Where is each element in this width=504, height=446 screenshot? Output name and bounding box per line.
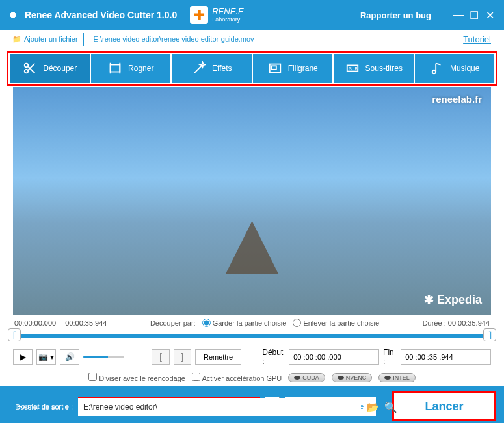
browse-folder-icon[interactable]: 📂 <box>366 401 379 413</box>
badge-cuda: CUDA <box>288 373 325 382</box>
end-time-label: Fin : <box>383 348 397 366</box>
maximize-button[interactable]: ☐ <box>466 9 482 21</box>
play-button[interactable]: ▶ <box>13 349 33 365</box>
output-folder-input[interactable]: E:\renee video editor\ <box>78 398 361 416</box>
timecode-start: 00:00:00.000 <box>14 319 56 327</box>
tabs-bar: Découper Rogner Effets Filigrane SUB Sou… <box>7 51 497 86</box>
range-slider[interactable]: ⎡ ⎤ <box>0 330 504 343</box>
tab-subtitles[interactable]: SUB Sous-titres <box>334 54 414 83</box>
launch-button[interactable]: Lancer <box>392 391 496 421</box>
reset-button[interactable]: Remettre <box>195 349 241 365</box>
video-preview[interactable]: reneelab.fr ▲ Expedia <box>13 87 491 315</box>
svg-line-7 <box>194 65 203 73</box>
snapshot-button[interactable]: 📷 ▾ <box>36 349 56 365</box>
report-bug-link[interactable]: Rapporter un bug <box>360 10 431 20</box>
tutorial-link[interactable]: Tutoriel <box>463 34 491 44</box>
svg-line-14 <box>436 64 440 65</box>
svg-rect-9 <box>271 66 276 70</box>
playback-controls: ▶ 📷 ▾ 🔊 [ ] Remettre Début : Fin : <box>0 343 504 370</box>
duration-label: Durée : 00:00:35.944 <box>423 319 490 327</box>
radio-keep[interactable]: Garder la partie choisie <box>202 319 287 327</box>
file-path: E:\renee video editor\renee video editor… <box>94 35 254 43</box>
volume-slider[interactable] <box>83 356 124 358</box>
checkbox-split[interactable]: Diviser avec le réencodage <box>88 373 185 382</box>
start-time-input[interactable] <box>289 349 379 365</box>
volume-button[interactable]: 🔊 <box>60 349 79 365</box>
wand-icon <box>191 60 207 76</box>
add-file-label: Ajouter un fichier <box>24 35 78 43</box>
close-button[interactable]: ✕ <box>482 9 497 21</box>
tab-watermark[interactable]: Filigrane <box>253 54 333 83</box>
preview-brand: Expedia <box>424 293 482 307</box>
mark-out-button[interactable]: ] <box>174 349 191 365</box>
preview-content: ▲ <box>207 198 297 289</box>
radio-remove-label: Enlever la partie choisie <box>303 319 379 327</box>
watermark-icon <box>267 60 283 76</box>
minimize-button[interactable]: — <box>451 9 466 21</box>
radio-remove[interactable]: Enlever la partie choisie <box>293 319 379 327</box>
slider-handle-left[interactable]: ⎡ <box>8 328 21 341</box>
app-title: Renee Advanced Video Cutter 1.0.0 <box>25 10 177 20</box>
svg-point-1 <box>25 70 29 73</box>
scissors-icon <box>22 60 38 76</box>
folder-label: Dossier de sortie : <box>8 403 73 411</box>
top-toolbar: 📁 Ajouter un fichier E:\renee video edit… <box>0 30 504 48</box>
end-time-input[interactable] <box>401 349 491 365</box>
tab-effects[interactable]: Effets <box>172 54 252 83</box>
tab-label: Musique <box>450 64 479 73</box>
timecode-end: 00:00:35.944 <box>65 319 107 327</box>
start-time-label: Début : <box>262 348 285 366</box>
radio-remove-input[interactable] <box>293 319 301 327</box>
tab-crop[interactable]: Rogner <box>91 54 171 83</box>
tab-cut[interactable]: Découper <box>10 54 90 83</box>
tab-label: Sous-titres <box>365 64 403 73</box>
titlebar: Renee Advanced Video Cutter 1.0.0 ✚ RENE… <box>0 0 504 30</box>
svg-point-0 <box>25 64 29 68</box>
app-icon <box>7 8 20 21</box>
brand-name: RENE.E <box>212 7 243 16</box>
bottom-panel: Format de sortie : MP4 Video (*.mp4) ▴ P… <box>0 386 504 423</box>
options-row: Diviser avec le réencodage Activer accél… <box>0 370 504 386</box>
cut-by-label: Découper par: <box>150 319 196 327</box>
preview-watermark: reneelab.fr <box>432 94 482 105</box>
slider-handle-right[interactable]: ⎤ <box>483 328 496 341</box>
subtitles-icon: SUB <box>345 60 360 76</box>
folder-plus-icon: 📁 <box>12 35 21 44</box>
mark-in-button[interactable]: [ <box>152 349 169 365</box>
radio-keep-input[interactable] <box>202 319 211 327</box>
badge-intel: INTEL <box>378 373 416 382</box>
search-icon[interactable]: 🔍 <box>384 401 397 413</box>
badge-nvenc: NVENC <box>332 373 373 382</box>
svg-rect-4 <box>111 65 120 72</box>
slider-track[interactable] <box>13 334 491 338</box>
music-icon <box>429 60 445 76</box>
tab-label: Filigrane <box>288 64 318 73</box>
add-file-button[interactable]: 📁 Ajouter un fichier <box>7 33 84 46</box>
tab-music[interactable]: Musique <box>415 54 495 83</box>
radio-keep-label: Garder la partie choisie <box>213 319 287 327</box>
brand-logo: ✚ RENE.E Laboratory <box>190 6 243 24</box>
brand-sub: Laboratory <box>212 16 243 23</box>
tab-label: Effets <box>212 64 232 73</box>
plus-icon: ✚ <box>190 6 208 24</box>
tab-label: Rogner <box>128 64 153 73</box>
crop-icon <box>107 60 123 76</box>
checkbox-gpu[interactable]: Activer accélération GPU <box>192 373 282 382</box>
tab-label: Découper <box>43 64 77 73</box>
svg-text:SUB: SUB <box>349 66 357 71</box>
timecode-row: 00:00:00.000 00:00:35.944 Découper par: … <box>0 316 504 330</box>
